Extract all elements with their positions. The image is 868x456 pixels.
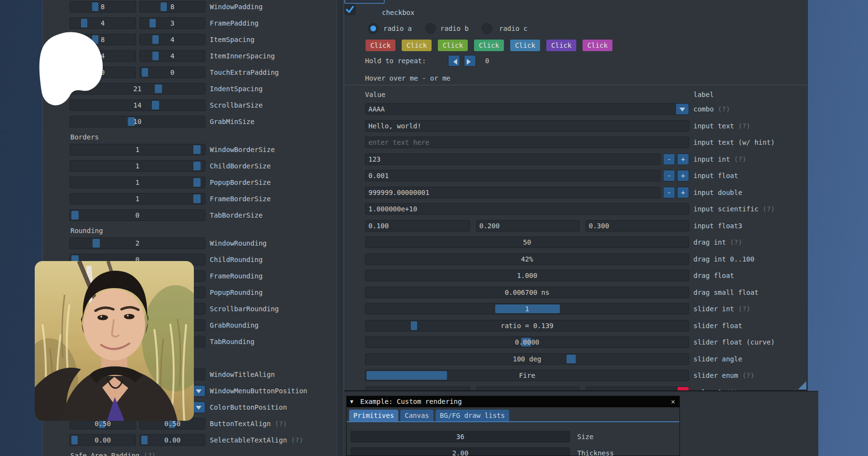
slider-grab[interactable] bbox=[193, 178, 201, 187]
color-swatch[interactable] bbox=[677, 387, 689, 391]
row-label: ScrollbarRounding bbox=[210, 303, 279, 315]
slider-grab[interactable] bbox=[71, 436, 78, 444]
arrow-left-button[interactable] bbox=[448, 55, 460, 67]
slider-grab[interactable] bbox=[152, 52, 159, 60]
slider-field[interactable]: 100 deg bbox=[365, 353, 689, 365]
screen: { "colors": { "accent_blue": "#3da0f2", … bbox=[0, 0, 868, 456]
tab-underline bbox=[347, 421, 680, 422]
color-component-field[interactable] bbox=[365, 387, 470, 391]
style-slider-WindowPadding-y[interactable]: 8 bbox=[139, 1, 205, 13]
render-slider-size[interactable]: 36 bbox=[351, 431, 570, 442]
input-field[interactable]: 123 bbox=[365, 153, 661, 165]
style-slider-ChildBorderSize[interactable]: 1 bbox=[69, 160, 205, 172]
close-icon[interactable]: ✕ bbox=[671, 396, 675, 407]
slider-field[interactable]: 1 bbox=[365, 303, 689, 315]
slider-grab[interactable] bbox=[152, 35, 159, 44]
slider-grab[interactable] bbox=[142, 68, 148, 77]
slider-grab[interactable] bbox=[152, 101, 159, 110]
slider-grab[interactable] bbox=[71, 211, 79, 220]
style-slider-TabBorderSize[interactable]: 0 bbox=[69, 209, 205, 221]
resize-grip-icon[interactable] bbox=[798, 381, 806, 389]
slider-enum-field[interactable]: Fire bbox=[365, 370, 689, 381]
collapse-icon[interactable]: ▼ bbox=[350, 396, 353, 407]
click-button-2[interactable]: Click bbox=[402, 40, 432, 51]
chevron-down-icon[interactable] bbox=[676, 104, 689, 114]
custom-rendering-titlebar[interactable]: ▼ Example: Custom rendering ✕ bbox=[347, 396, 679, 407]
partial-button[interactable] bbox=[344, 0, 385, 4]
style-slider-ItemInnerSpacing-y[interactable]: 4 bbox=[139, 50, 205, 62]
render-slider-thickness[interactable]: 2.00 bbox=[351, 447, 570, 456]
tab-primitives[interactable]: Primitives bbox=[349, 410, 398, 421]
chevron-down-icon[interactable] bbox=[192, 386, 205, 396]
input-field[interactable]: Hello, world! bbox=[365, 120, 689, 132]
minus-button[interactable]: - bbox=[663, 153, 675, 165]
style-slider-WindowRounding[interactable]: 2 bbox=[69, 237, 205, 249]
style-slider-ItemSpacing-y[interactable]: 4 bbox=[139, 34, 205, 45]
slider-field[interactable]: ratio = 0.139 bbox=[365, 320, 689, 332]
drag-field[interactable]: 0.006700 ns bbox=[365, 287, 689, 298]
input-field-component[interactable]: 0.200 bbox=[476, 220, 580, 232]
click-button-7[interactable]: Click bbox=[583, 40, 612, 51]
combo-field[interactable]: AAAA bbox=[365, 103, 689, 115]
minus-button[interactable]: - bbox=[663, 187, 675, 198]
drag-field[interactable]: 42% bbox=[365, 253, 689, 265]
tab-bg-fg-draw-lists[interactable]: BG/FG draw lists bbox=[435, 410, 509, 421]
scrollbar-track[interactable] bbox=[337, 0, 344, 456]
slider-grab[interactable] bbox=[161, 2, 167, 11]
slider-grab[interactable] bbox=[193, 145, 201, 154]
click-button-3[interactable]: Click bbox=[438, 40, 468, 51]
slider-grab[interactable] bbox=[193, 194, 201, 203]
style-slider-SelectableTextAlign-y[interactable]: 0.00 bbox=[139, 434, 205, 446]
click-button-4[interactable]: Click bbox=[474, 40, 504, 51]
arrow-right-button[interactable] bbox=[464, 55, 476, 67]
drag-field[interactable]: 1.000 bbox=[365, 270, 689, 281]
input-field-component[interactable]: 0.300 bbox=[585, 220, 689, 232]
style-slider-TouchExtraPadding-y[interactable]: 0 bbox=[139, 67, 205, 78]
style-slider-GrabMinSize[interactable]: 10 bbox=[69, 116, 205, 127]
row-label: TabBorderSize bbox=[210, 209, 263, 221]
slider-grab[interactable] bbox=[81, 19, 87, 28]
click-button-1[interactable]: Click bbox=[366, 40, 395, 51]
checkbox[interactable] bbox=[344, 4, 355, 15]
slider-grab[interactable] bbox=[567, 355, 576, 363]
style-slider-WindowPadding-x[interactable]: 8 bbox=[69, 1, 136, 13]
click-button-6[interactable]: Click bbox=[546, 40, 576, 51]
slider-grab[interactable] bbox=[92, 2, 98, 11]
slider-grab[interactable] bbox=[141, 436, 148, 444]
input-field-with-hint[interactable]: enter text here bbox=[365, 137, 689, 148]
radio-radio-a[interactable] bbox=[368, 23, 379, 34]
plus-button[interactable]: + bbox=[677, 187, 689, 198]
row-label: slider enum (?) bbox=[693, 370, 754, 381]
input-field[interactable]: 999999.00000001 bbox=[365, 187, 661, 198]
slider-field[interactable]: 0.0000 bbox=[365, 336, 689, 348]
slider-grab[interactable] bbox=[155, 84, 162, 93]
input-field-component[interactable]: 0.100 bbox=[365, 220, 470, 232]
plus-button[interactable]: + bbox=[677, 170, 689, 181]
input-field[interactable]: 1.000000e+10 bbox=[365, 203, 689, 215]
tab-canvas[interactable]: Canvas bbox=[400, 410, 434, 421]
color-component-field[interactable] bbox=[585, 387, 689, 391]
style-slider-FramePadding-y[interactable]: 3 bbox=[139, 17, 205, 29]
slider-grab[interactable] bbox=[93, 239, 100, 248]
style-slider-WindowBorderSize[interactable]: 1 bbox=[69, 144, 205, 155]
separator bbox=[345, 85, 807, 85]
radio-radio-b[interactable] bbox=[425, 23, 436, 34]
color-component-field[interactable] bbox=[476, 387, 580, 391]
row-label: drag float bbox=[693, 270, 734, 281]
drag-field[interactable]: 50 bbox=[365, 236, 689, 248]
chevron-down-icon[interactable] bbox=[192, 402, 205, 413]
plus-button[interactable]: + bbox=[677, 153, 689, 165]
input-field[interactable]: 0.001 bbox=[365, 170, 661, 181]
radio-radio-c[interactable] bbox=[482, 23, 492, 34]
style-slider-FramePadding-x[interactable]: 4 bbox=[69, 17, 136, 29]
style-slider-FrameBorderSize[interactable]: 1 bbox=[69, 193, 205, 205]
window-title: Example: Custom rendering bbox=[360, 396, 462, 407]
minus-button[interactable]: - bbox=[663, 170, 675, 181]
row-label: drag int (?) bbox=[693, 236, 742, 248]
style-slider-SelectableTextAlign-x[interactable]: 0.00 bbox=[69, 434, 136, 446]
slider-grab[interactable] bbox=[193, 162, 201, 170]
slider-grab[interactable] bbox=[411, 321, 417, 330]
style-slider-PopupBorderSize[interactable]: 1 bbox=[69, 177, 205, 188]
slider-grab[interactable] bbox=[149, 19, 156, 28]
click-button-5[interactable]: Click bbox=[510, 40, 540, 51]
